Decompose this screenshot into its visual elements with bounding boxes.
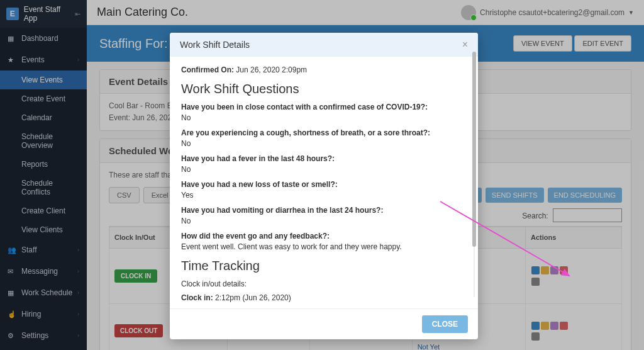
question: Have you had a fever in the last 48 hour… xyxy=(181,154,467,163)
scrollbar[interactable] xyxy=(472,52,476,297)
answer: No xyxy=(181,139,467,148)
answer: No xyxy=(181,165,467,174)
question: Have you had a new loss of taste or smel… xyxy=(181,180,467,189)
confirmed-value: Jun 26, 2020 2:09pm xyxy=(236,65,307,74)
answer: Yes xyxy=(181,191,467,200)
close-icon[interactable]: × xyxy=(462,39,468,50)
question: How did the event go and any feedback?: xyxy=(181,232,467,240)
questions-heading: Work Shift Questions xyxy=(181,82,467,96)
clock-in-label: Clock in: xyxy=(181,293,213,302)
question: Have you been in close contact with a co… xyxy=(181,103,467,111)
close-button[interactable]: CLOSE xyxy=(422,315,468,333)
confirmed-label: Confirmed On: xyxy=(181,65,234,74)
modal-body: Confirmed On: Jun 26, 2020 2:09pm Work S… xyxy=(170,57,478,308)
modal-header: Work Shift Details × xyxy=(170,33,478,57)
question: Have you had vomiting or diarrhea in the… xyxy=(181,206,467,215)
answer: No xyxy=(181,113,467,122)
answer: No xyxy=(181,217,467,225)
modal-title: Work Shift Details xyxy=(180,40,250,50)
scrollbar-thumb[interactable] xyxy=(472,52,476,247)
modal: Work Shift Details × Confirmed On: Jun 2… xyxy=(170,33,478,339)
tt-heading: Time Tracking xyxy=(181,259,467,273)
clock-in-value: 2:12pm (Jun 26, 2020) xyxy=(215,293,291,302)
tt-sub: Clock in/out details: xyxy=(181,279,467,288)
question: Are you experiencing a cough, shortness … xyxy=(181,128,467,137)
answer: Event went well. Client was easy to work… xyxy=(181,242,467,251)
